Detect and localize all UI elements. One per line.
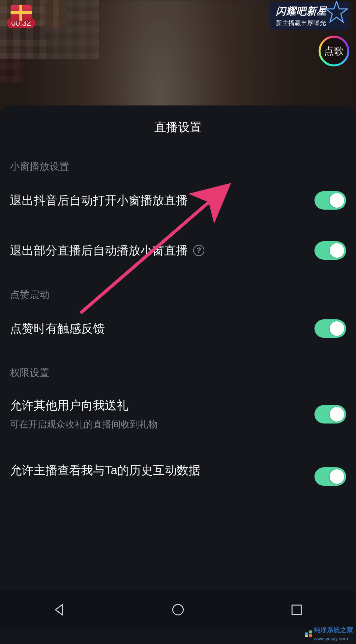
promo-subtitle: 新主播赢丰厚曝光 (276, 19, 327, 27)
row-title: 允许其他用户向我送礼 (10, 397, 346, 414)
toggle-pip-exit-room[interactable] (314, 241, 346, 260)
live-settings-sheet: 直播设置 小窗播放设置 退出抖音后自动打开小窗播放直播 退出部分直播后自动播放小… (0, 105, 356, 644)
row-title: 退出部分直播后自动播放小窗直播 (10, 243, 188, 259)
nav-recents-button[interactable] (288, 601, 305, 618)
gift-box-icon (11, 5, 32, 21)
section-label-pip: 小窗播放设置 (0, 147, 356, 175)
promo-title: 闪耀吧新星 (276, 5, 327, 18)
watermark-url: www.ycwjy.com (314, 636, 348, 641)
section-label-permission: 权限设置 (0, 354, 356, 382)
nav-home-button[interactable] (169, 601, 187, 618)
toggle-allow-history[interactable] (314, 467, 346, 486)
watermark-logo-icon (305, 630, 312, 637)
live-duration-badge[interactable]: 00:32 (7, 5, 35, 28)
triangle-back-icon (52, 602, 67, 617)
row-pip-exit-room[interactable]: 退出部分直播后自动播放小窗直播 ? (0, 225, 356, 276)
svg-point-2 (173, 604, 183, 615)
row-allow-history[interactable]: 允许主播查看我与Ta的历史互动数据 (0, 447, 356, 494)
section-label-like: 点赞震动 (0, 276, 356, 304)
promo-star-icon (325, 1, 348, 24)
row-like-haptic[interactable]: 点赞时有触感反馈 (0, 304, 356, 354)
toggle-like-haptic[interactable] (314, 319, 346, 338)
android-navbar (0, 590, 356, 629)
promo-banner[interactable]: 闪耀吧新星 新主播赢丰厚曝光 (270, 2, 350, 30)
help-icon[interactable]: ? (193, 245, 204, 256)
circle-home-icon (171, 602, 185, 617)
watermark: 纯净系统之家 www.ycwjy.com (305, 626, 353, 642)
svg-rect-3 (292, 605, 301, 614)
toggle-pip-exit-app[interactable] (314, 191, 346, 210)
watermark-text: 纯净系统之家 (314, 626, 353, 633)
row-title: 允许主播查看我与Ta的历史互动数据 (10, 462, 200, 479)
svg-marker-0 (326, 1, 347, 22)
row-allow-gifts[interactable]: 允许其他用户向我送礼 可在开启观众收礼的直播间收到礼物 (0, 382, 356, 447)
square-recents-icon (289, 602, 304, 617)
row-subtitle: 可在开启观众收礼的直播间收到礼物 (10, 418, 346, 431)
sheet-title: 直播设置 (0, 105, 356, 147)
song-request-label: 点歌 (324, 44, 344, 58)
song-request-button[interactable]: 点歌 (320, 37, 348, 65)
row-title: 退出抖音后自动打开小窗播放直播 (10, 192, 188, 209)
row-title: 点赞时有触感反馈 (10, 321, 105, 337)
nav-back-button[interactable] (51, 601, 68, 618)
row-pip-exit-app[interactable]: 退出抖音后自动打开小窗播放直播 (0, 175, 356, 225)
toggle-allow-gifts[interactable] (314, 405, 346, 424)
